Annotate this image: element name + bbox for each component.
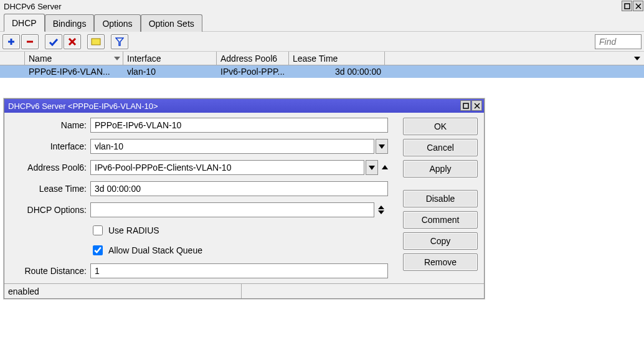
status-text: enabled	[8, 286, 39, 296]
interface-input[interactable]	[90, 139, 374, 154]
svg-rect-10	[463, 103, 468, 108]
tab-dhcp[interactable]: DHCP	[4, 14, 45, 32]
grid-header: Name Interface Address Pool6 Lease Time	[0, 52, 644, 65]
grid: Name Interface Address Pool6 Lease Time …	[0, 52, 644, 78]
cancel-button[interactable]: Cancel	[403, 139, 478, 156]
remove-button[interactable]: Remove	[403, 253, 478, 271]
col-name[interactable]: Name	[25, 52, 123, 65]
maximize-icon[interactable]	[622, 1, 632, 11]
options-input[interactable]	[90, 202, 374, 217]
dialog-maximize-icon[interactable]	[460, 100, 471, 111]
cell-pool: IPv6-Pool-PPP...	[217, 65, 289, 78]
tab-bindings[interactable]: Bindings	[45, 14, 95, 32]
window-title: DHCPv6 Server	[4, 2, 61, 11]
cell-lease: 3d 00:00:00	[289, 65, 385, 78]
col-lease[interactable]: Lease Time	[289, 52, 385, 65]
pool-input[interactable]	[90, 160, 364, 175]
pool-collapse-icon[interactable]	[382, 165, 388, 171]
dialog-title: DHCPv6 Server <PPPoE-IPv6-VLAN-10>	[8, 102, 158, 111]
use-radius-label: Use RADIUS	[108, 225, 159, 235]
label-route-dist: Route Distance:	[8, 266, 90, 276]
use-radius-checkbox[interactable]	[93, 225, 103, 235]
col-pool[interactable]: Address Pool6	[217, 52, 289, 65]
label-interface: Interface:	[8, 141, 90, 151]
svg-rect-8	[92, 39, 100, 45]
label-name: Name:	[8, 120, 90, 130]
pool-dropdown-icon[interactable]	[366, 160, 378, 175]
dialog-close-icon[interactable]	[471, 100, 482, 111]
lease-input[interactable]	[90, 181, 388, 196]
tab-options[interactable]: Options	[94, 14, 140, 32]
cell-interface: vlan-10	[123, 65, 217, 78]
find-input[interactable]	[595, 34, 642, 49]
ok-button[interactable]: OK	[403, 118, 478, 135]
enable-button[interactable]	[45, 34, 62, 49]
name-input[interactable]	[90, 118, 388, 133]
add-button[interactable]	[2, 34, 20, 49]
tab-bar: DHCP Bindings Options Option Sets	[0, 13, 644, 32]
window-titlebar: DHCPv6 Server	[0, 0, 644, 13]
label-lease: Lease Time:	[8, 184, 90, 194]
toolbar	[0, 32, 644, 52]
col-checkbox[interactable]	[0, 52, 25, 65]
disable-button[interactable]	[64, 34, 81, 49]
status-bar: enabled	[4, 283, 484, 298]
col-extra[interactable]	[385, 52, 644, 65]
col-interface[interactable]: Interface	[123, 52, 217, 65]
edit-dialog: DHCPv6 Server <PPPoE-IPv6-VLAN-10> Name:…	[4, 98, 485, 299]
cell-name: PPPoE-IPv6-VLAN...	[25, 65, 123, 78]
apply-button[interactable]: Apply	[403, 160, 478, 177]
label-options: DHCP Options:	[8, 205, 90, 215]
close-icon[interactable]	[633, 1, 643, 11]
comment-button[interactable]: Comment	[403, 211, 478, 229]
comment-button[interactable]	[87, 34, 105, 49]
tab-option-sets[interactable]: Option Sets	[141, 14, 202, 32]
dialog-titlebar: DHCPv6 Server <PPPoE-IPv6-VLAN-10>	[4, 99, 484, 113]
options-spinner[interactable]	[378, 206, 384, 214]
interface-dropdown-icon[interactable]	[376, 139, 388, 154]
table-row[interactable]: PPPoE-IPv6-VLAN... vlan-10 IPv6-Pool-PPP…	[0, 65, 644, 78]
svg-marker-9	[116, 38, 123, 45]
filter-button[interactable]	[111, 34, 128, 49]
remove-button[interactable]	[21, 34, 39, 49]
allow-dual-label: Allow Dual Stack Queue	[108, 245, 202, 255]
disable-button[interactable]: Disable	[403, 190, 478, 207]
allow-dual-checkbox[interactable]	[93, 245, 103, 255]
route-distance-input[interactable]	[90, 263, 388, 278]
label-pool: Address Pool6:	[8, 163, 90, 172]
copy-button[interactable]: Copy	[403, 232, 478, 250]
svg-rect-0	[625, 4, 630, 9]
